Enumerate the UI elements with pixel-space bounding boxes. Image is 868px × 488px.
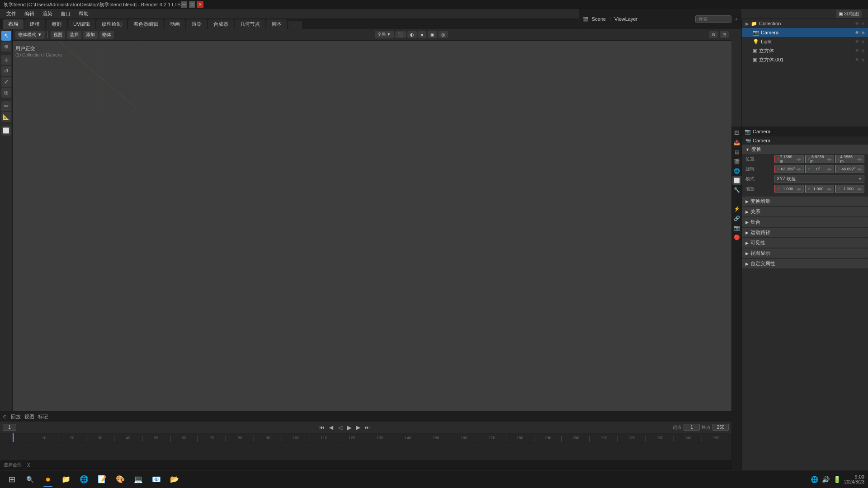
minimize-button[interactable]: —: [181, 1, 187, 8]
tab-texture-paint[interactable]: 纹理绘制: [96, 19, 127, 29]
editor-type-button[interactable]: ▣ 3D视图: [836, 10, 862, 18]
viewport-display-header[interactable]: ▶ 视图显示: [742, 249, 868, 258]
rotation-mode-select[interactable]: XYZ 欧拉 ▼: [774, 175, 864, 183]
jump-to-end-button[interactable]: ⏭: [363, 423, 371, 432]
start-button[interactable]: ⊞: [4, 471, 20, 488]
tab-animation[interactable]: 动画: [165, 19, 185, 29]
taskbar-paint[interactable]: 🎨: [112, 472, 128, 487]
prop-constraint-icon[interactable]: 🔗: [732, 214, 741, 223]
play-reverse-button[interactable]: ◁: [336, 423, 344, 432]
frame-current-input[interactable]: 1: [3, 424, 16, 431]
viewport-add-menu[interactable]: 添加: [83, 31, 98, 39]
tab-uv[interactable]: UV编辑: [68, 19, 95, 29]
viewport-shading-rendered[interactable]: ●: [418, 31, 426, 38]
rotate-tool-button[interactable]: ↺: [1, 66, 11, 76]
jump-to-start-button[interactable]: ⏮: [318, 423, 326, 432]
viewport-select-menu[interactable]: 选择: [67, 31, 81, 39]
scale-y[interactable]: Y 1.000 ◀▶: [805, 185, 834, 193]
custom-props-header[interactable]: ▶ 自定义属性: [742, 259, 868, 268]
play-button[interactable]: ▶: [345, 423, 353, 432]
timeline-view-menu[interactable]: 视图: [24, 413, 34, 420]
start-frame-input[interactable]: 1: [684, 424, 700, 431]
scene-search-input[interactable]: [695, 15, 731, 23]
move-tool-button[interactable]: ⊹: [1, 55, 11, 65]
timeline-playback-menu[interactable]: 回放: [11, 413, 21, 420]
end-frame-input[interactable]: 250: [712, 424, 729, 431]
prop-material-icon[interactable]: 🔴: [732, 233, 741, 242]
prop-physics-icon[interactable]: ⚡: [732, 204, 741, 213]
xray-toggle[interactable]: ◎: [439, 31, 448, 38]
overlay-toggle[interactable]: ◉: [428, 31, 437, 38]
tab-render[interactable]: 渲染: [186, 19, 207, 29]
tab-modeling[interactable]: 建模: [24, 19, 45, 29]
menu-window[interactable]: 窗口: [57, 9, 74, 18]
prop-view-icon[interactable]: ▤: [732, 147, 741, 156]
viewport-mode-button[interactable]: 物体模式 ▼: [15, 31, 45, 39]
close-button[interactable]: ✕: [197, 1, 203, 8]
prop-object-icon[interactable]: ⬜: [732, 176, 741, 185]
outliner-item-light[interactable]: 💡 Light 👁 🖱: [742, 37, 868, 46]
taskbar-notepad[interactable]: 📝: [94, 472, 110, 487]
measure-tool-button[interactable]: 📐: [1, 112, 11, 122]
cursor-tool-button[interactable]: ⊕: [1, 42, 11, 52]
location-y[interactable]: Y -6.9258 m ◀▶: [805, 155, 834, 163]
scale-tool-button[interactable]: ⤢: [1, 77, 11, 87]
add-cube-button[interactable]: ⬜: [1, 126, 11, 136]
rotation-y[interactable]: Y 0° ◀▶: [805, 165, 834, 173]
snap-button[interactable]: ⊡: [720, 31, 729, 38]
scale-z[interactable]: Z 1.000 ◀▶: [835, 185, 864, 193]
tab-compositing[interactable]: 合成器: [208, 19, 234, 29]
prop-render-icon[interactable]: 🖼: [732, 128, 741, 137]
prop-particles-icon[interactable]: ⋯: [732, 195, 741, 204]
outliner-item-collection[interactable]: ▶ 📁 Collection 👁 🖱: [742, 19, 868, 28]
tab-scripting[interactable]: 脚本: [266, 19, 287, 29]
taskbar-explorer[interactable]: 📁: [58, 472, 74, 487]
delta-transform-header[interactable]: ▶ 变换增量: [742, 197, 868, 206]
transform-section-header[interactable]: ▼ 变换: [742, 145, 868, 154]
taskbar-files[interactable]: 📂: [166, 472, 183, 487]
rotation-z[interactable]: Z 46.692° ◀▶: [835, 165, 864, 173]
location-x[interactable]: X 7.1589 m ◀▶: [774, 155, 804, 163]
taskbar-terminal[interactable]: 💻: [130, 472, 146, 487]
collections-header[interactable]: ▶ 集合: [742, 217, 868, 227]
viewport-shading-material[interactable]: ◐: [407, 31, 417, 38]
rotation-x[interactable]: X 63.359° ◀▶: [774, 165, 804, 173]
outliner-item-camera[interactable]: 📷 Camera 👁 🖱: [742, 28, 868, 37]
outliner-item-cube[interactable]: ▣ 立方体 👁 🖱: [742, 46, 868, 55]
viewport-view-menu[interactable]: 视图: [51, 31, 65, 39]
annotate-tool-button[interactable]: ✏: [1, 101, 11, 111]
proportional-edit-button[interactable]: ⊙: [709, 31, 718, 38]
transform-tool-button[interactable]: ⊞: [1, 88, 11, 98]
jump-forward-button[interactable]: ▶: [354, 423, 362, 432]
location-z[interactable]: Z 4.9585 m ◀▶: [835, 155, 864, 163]
tab-geometry[interactable]: 几何节点: [235, 19, 265, 29]
taskbar-mail[interactable]: 📧: [148, 472, 165, 487]
taskbar-search[interactable]: 🔍: [22, 471, 38, 488]
viewport-shading-solid[interactable]: ⬛: [395, 31, 406, 38]
prop-data-icon[interactable]: 📷: [732, 223, 741, 232]
motion-paths-header[interactable]: ▶ 运动路径: [742, 228, 868, 237]
timeline-markers-menu[interactable]: 标记: [38, 413, 48, 420]
scale-x[interactable]: X 1.000 ◀▶: [774, 185, 804, 193]
maximize-button[interactable]: □: [189, 1, 195, 8]
prop-output-icon[interactable]: 📤: [732, 138, 741, 147]
menu-render[interactable]: 渲染: [39, 9, 56, 18]
tab-add[interactable]: +: [288, 21, 302, 29]
outliner-item-cube-001[interactable]: ▣ 立方体.001 👁 🖱: [742, 55, 868, 64]
menu-file[interactable]: 文件: [3, 9, 20, 18]
tab-sculpting[interactable]: 雕刻: [46, 19, 67, 29]
tab-shader[interactable]: 着色器编辑: [128, 19, 164, 29]
prop-world-icon[interactable]: 🌐: [732, 166, 741, 175]
menu-help[interactable]: 帮助: [75, 9, 92, 18]
select-tool-button[interactable]: ↖: [1, 31, 11, 41]
taskbar-blender[interactable]: ●: [40, 472, 56, 487]
viewport-object-menu[interactable]: 物体: [99, 31, 114, 39]
visibility-header[interactable]: ▶ 可见性: [742, 238, 868, 248]
menu-edit[interactable]: 编辑: [21, 9, 38, 18]
prop-modifier-icon[interactable]: 🔧: [732, 185, 741, 194]
global-local-toggle[interactable]: 全局 ▼: [375, 31, 393, 38]
jump-back-button[interactable]: ◀: [327, 423, 335, 432]
taskbar-browser[interactable]: 🌐: [76, 472, 92, 487]
3d-viewport[interactable]: 物体模式 ▼ 视图 选择 添加 物体 全局 ▼ ⬛ ◐ ● ◉ ◎ ⊙ ⊡: [13, 29, 731, 411]
relations-header[interactable]: ▶ 关系: [742, 207, 868, 216]
